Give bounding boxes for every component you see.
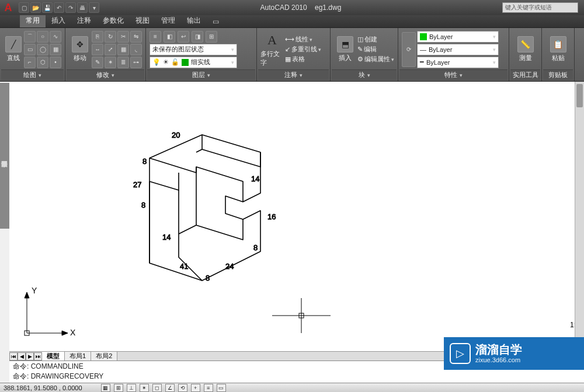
tab-nav-last-icon[interactable]: ⏭ [34, 352, 42, 360]
paste-button[interactable]: 📋 粘贴 [547, 36, 570, 62]
layer-state-combo[interactable]: 未保存的图层状态▾ [150, 44, 237, 55]
stretch-icon[interactable]: ↔ [92, 44, 103, 55]
mirror-icon[interactable]: ⇋ [130, 31, 142, 43]
otrack-toggle[interactable]: ∠ [165, 384, 175, 392]
tab-manage[interactable]: 管理 [155, 14, 181, 27]
line-button[interactable]: ╱ 直线 [4, 36, 23, 62]
panel-modify-title[interactable]: 修改▾ [67, 69, 144, 80]
tab-parametric[interactable]: 参数化 [97, 14, 130, 27]
layer-props-icon[interactable]: ≡ [150, 31, 161, 43]
snap-toggle[interactable]: ▦ [101, 384, 110, 392]
insert-button[interactable]: ⬒ 插入 [334, 36, 356, 62]
qat-open-icon[interactable]: 📂 [30, 2, 41, 13]
qat-undo-icon[interactable]: ↶ [54, 2, 64, 13]
cmd-history-line: 命令: DRAWINGRECOVERY [13, 372, 580, 382]
color-combo[interactable]: ByLayer▾ [417, 31, 499, 43]
arc-icon[interactable]: ⌒ [24, 31, 36, 43]
tab-layout1[interactable]: 布局1 [65, 352, 91, 360]
block-attr-button[interactable]: ⚙编辑属性▾ [357, 55, 394, 64]
polygon-icon[interactable]: ⬡ [37, 57, 48, 68]
rect-icon[interactable]: ▭ [24, 44, 36, 55]
ducs-toggle[interactable]: ⟲ [178, 384, 187, 392]
linetype-combo[interactable]: ━ByLayer▾ [417, 57, 499, 68]
ucs-icon [25, 292, 68, 335]
mleader-button[interactable]: ↙多重引线▾ [285, 45, 321, 54]
explode-icon[interactable]: ✶ [105, 57, 116, 68]
join-icon[interactable]: ⊶ [130, 57, 142, 68]
qat-save-icon[interactable]: 💾 [42, 2, 53, 13]
drawing-area[interactable]: Y X 20 8 27 8 14 41 8 24 8 14 16 1: [9, 82, 584, 351]
mtext-button[interactable]: A 多行文字 [260, 32, 284, 67]
grid-toggle[interactable]: ⊞ [114, 384, 123, 392]
layer-states-icon[interactable]: ◧ [164, 31, 175, 43]
modify-tools: ⎘ ↻ ✂ ⇋ ↔ ⤢ ▦ ◟ ✎ ✶ ≣ ⊶ [92, 31, 142, 68]
polyline-icon[interactable]: ⌐ [24, 57, 36, 68]
qat-new-icon[interactable]: ▢ [19, 2, 29, 13]
vertical-scrollbar[interactable] [575, 82, 584, 351]
qp-toggle[interactable]: ▭ [217, 384, 226, 392]
insert-label: 插入 [339, 54, 352, 62]
tab-output[interactable]: 输出 [181, 14, 207, 27]
linear-dim-button[interactable]: ⟷线性▾ [285, 35, 321, 44]
tab-annotate[interactable]: 注释 [71, 14, 97, 27]
tab-extra-icon[interactable]: ▭ [207, 16, 225, 27]
app-logo[interactable]: A [0, 0, 16, 15]
panel-block-title[interactable]: 块▾ [332, 69, 397, 80]
ellipse-icon[interactable]: ◯ [37, 44, 48, 55]
layer-current-combo[interactable]: 💡☀🔓细实线 ▾ [150, 57, 237, 68]
scrollbar-thumb[interactable] [576, 84, 583, 107]
lwt-toggle[interactable]: ≡ [204, 384, 213, 392]
move-button[interactable]: ✥ 移动 [69, 36, 91, 62]
dyn-toggle[interactable]: + [191, 384, 200, 392]
trim-icon[interactable]: ✂ [117, 31, 129, 43]
layer-prev-icon[interactable]: ↩ [178, 31, 189, 43]
tab-view[interactable]: 视图 [130, 14, 155, 27]
layer-iso-icon[interactable]: ◨ [192, 31, 203, 43]
offset-icon[interactable]: ≣ [117, 57, 129, 68]
tab-nav-next-icon[interactable]: ▶ [26, 352, 34, 360]
panel-block: ⬒ 插入 ◫创建 ✎编辑 ⚙编辑属性▾ 块▾ [331, 28, 398, 81]
table-button[interactable]: ▦表格 [285, 55, 321, 64]
panel-properties-title[interactable]: 特性▾ [399, 69, 507, 80]
panel-utilities: 📏 测量 实用工具 [509, 28, 542, 81]
layer-color-swatch [182, 59, 189, 66]
match-props-icon[interactable]: ⟳ [402, 32, 416, 67]
polar-toggle[interactable]: ✶ [140, 384, 149, 392]
panel-annotation-title[interactable]: 注释▾ [258, 69, 329, 80]
lineweight-combo[interactable]: ―ByLayer▾ [417, 44, 499, 55]
block-edit-button[interactable]: ✎编辑 [357, 45, 394, 54]
erase-icon[interactable]: ✎ [92, 57, 103, 68]
layer-match-icon[interactable]: ⊞ [206, 31, 217, 43]
scale-icon[interactable]: ⤢ [105, 44, 116, 55]
tab-home[interactable]: 常用 [20, 14, 46, 27]
rotate-icon[interactable]: ↻ [105, 31, 116, 43]
measure-button[interactable]: 📏 测量 [514, 36, 537, 62]
file-name: eg1.dwg [315, 4, 341, 12]
paste-icon: 📋 [550, 36, 566, 52]
circle-icon[interactable]: ○ [37, 31, 48, 43]
tab-model[interactable]: 模型 [42, 352, 65, 360]
panel-layer-title[interactable]: 图层▾ [147, 69, 255, 80]
block-create-button[interactable]: ◫创建 [357, 35, 394, 44]
osnap-toggle[interactable]: ◻ [152, 384, 162, 392]
tab-nav-first-icon[interactable]: ⏮ [9, 352, 18, 360]
copy-icon[interactable]: ⎘ [92, 31, 103, 43]
point-icon[interactable]: • [50, 57, 61, 68]
spline-icon[interactable]: ∿ [50, 31, 61, 43]
tab-insert[interactable]: 插入 [46, 14, 71, 27]
qat-print-icon[interactable]: 🖶 [77, 2, 88, 13]
panel-layer: ≡ ◧ ↩ ◨ ⊞ 未保存的图层状态▾ 💡☀🔓细实线 ▾ 图层▾ [146, 28, 257, 81]
search-input[interactable]: 键入关键字或短语 [502, 2, 578, 13]
fillet-icon[interactable]: ◟ [130, 44, 142, 55]
ortho-toggle[interactable]: ⊥ [127, 384, 136, 392]
qat-dropdown-icon[interactable]: ▾ [89, 2, 99, 13]
panel-clipboard-title[interactable]: 剪贴板 [543, 69, 573, 80]
panel-draw-title[interactable]: 绘图▾ [1, 69, 64, 80]
panel-utilities-title[interactable]: 实用工具 [510, 69, 540, 80]
sidebar-tab-recovery[interactable]: 图形修复管理器 [0, 83, 9, 229]
tab-nav-prev-icon[interactable]: ◀ [18, 352, 26, 360]
tab-layout2[interactable]: 布局2 [91, 352, 117, 360]
qat-redo-icon[interactable]: ↷ [65, 2, 76, 13]
array-icon[interactable]: ▦ [117, 44, 129, 55]
hatch-icon[interactable]: ▦ [50, 44, 61, 55]
